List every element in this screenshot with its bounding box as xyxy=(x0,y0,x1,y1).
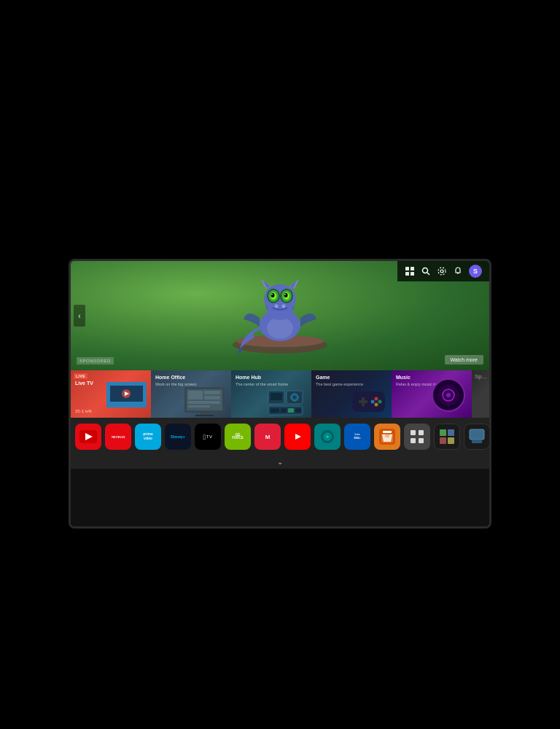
svg-point-66 xyxy=(378,400,382,404)
category-game[interactable]: Game The best game experience xyxy=(311,370,392,418)
category-music[interactable]: Music Relax & enjoy music in TV xyxy=(392,370,472,418)
svg-rect-47 xyxy=(204,396,220,399)
header-bar: S xyxy=(397,261,489,281)
svg-point-56 xyxy=(293,396,296,399)
svg-point-30 xyxy=(284,294,286,295)
svg-point-67 xyxy=(371,400,375,404)
svg-point-28 xyxy=(284,293,288,297)
chevron-down-row: ⌄ xyxy=(71,456,489,469)
svg-rect-88 xyxy=(411,438,416,443)
svg-rect-94 xyxy=(470,429,484,440)
svg-rect-91 xyxy=(448,429,454,436)
home-hub-subtitle: The center of the smart home xyxy=(236,382,288,387)
svg-rect-86 xyxy=(411,430,416,435)
svg-rect-93 xyxy=(448,437,454,444)
svg-rect-45 xyxy=(188,391,203,399)
svg-point-65 xyxy=(375,397,378,401)
category-more[interactable]: Sp... xyxy=(472,370,489,418)
svg-point-13 xyxy=(267,317,293,339)
svg-point-34 xyxy=(283,305,285,308)
svg-point-7 xyxy=(438,268,446,275)
svg-point-33 xyxy=(276,305,278,308)
svg-rect-0 xyxy=(405,267,409,270)
app-netflix[interactable]: NETFLIX xyxy=(105,424,131,450)
app-my-content[interactable] xyxy=(434,424,460,450)
svg-rect-92 xyxy=(440,437,446,444)
svg-rect-48 xyxy=(188,401,220,404)
app-sonic[interactable] xyxy=(314,424,341,450)
svg-rect-59 xyxy=(281,408,287,413)
dragon-character xyxy=(229,268,331,356)
search-icon[interactable] xyxy=(421,266,431,276)
app-lg-channels[interactable] xyxy=(75,424,101,450)
category-live-tv[interactable]: LIVE Live TV 25-1 tvN xyxy=(71,370,151,418)
svg-rect-61 xyxy=(295,408,301,413)
svg-point-6 xyxy=(440,270,443,273)
svg-rect-89 xyxy=(419,438,424,443)
svg-rect-51 xyxy=(195,415,214,416)
svg-point-27 xyxy=(271,293,275,297)
live-tv-visual xyxy=(106,382,147,408)
gallery-icon[interactable] xyxy=(405,266,415,276)
svg-rect-58 xyxy=(271,408,279,413)
sponsored-badge: SPONSORED xyxy=(77,357,114,364)
music-title: Music xyxy=(396,375,411,381)
svg-rect-85 xyxy=(385,434,389,437)
live-badge: LIVE xyxy=(74,373,88,379)
category-home-office[interactable]: Home Office Work on the big screen xyxy=(151,370,231,418)
app-disney-plus[interactable]: Disney+ xyxy=(165,424,191,450)
svg-rect-2 xyxy=(405,272,409,276)
svg-rect-64 xyxy=(362,397,365,406)
app-shop[interactable] xyxy=(374,424,400,450)
svg-line-5 xyxy=(427,273,429,275)
svg-rect-46 xyxy=(204,391,220,394)
app-extra[interactable] xyxy=(464,424,489,450)
svg-rect-87 xyxy=(419,430,424,435)
svg-point-68 xyxy=(375,403,378,407)
category-home-hub[interactable]: Home Hub The center of the smart home xyxy=(231,370,311,418)
live-tv-title: Live TV xyxy=(75,381,93,386)
prev-button[interactable]: ‹ xyxy=(74,305,85,327)
app-youtube[interactable] xyxy=(284,424,311,450)
categories-row: LIVE Live TV 25-1 tvN Home Office Work o… xyxy=(71,370,489,418)
svg-rect-49 xyxy=(188,405,210,408)
watch-more-button[interactable]: Watch more xyxy=(445,355,483,364)
tv-screen: S xyxy=(71,261,489,526)
svg-rect-3 xyxy=(411,272,414,276)
svg-rect-60 xyxy=(288,408,294,413)
user-avatar[interactable]: S xyxy=(469,265,482,278)
svg-rect-53 xyxy=(271,393,282,400)
settings-icon[interactable] xyxy=(437,266,447,276)
game-title: Game xyxy=(316,375,330,381)
tv-frame: S xyxy=(69,259,491,529)
channel-info: 25-1 tvN xyxy=(75,409,92,413)
app-apple-tv[interactable]: TV xyxy=(195,424,221,450)
svg-rect-95 xyxy=(472,440,482,443)
svg-point-29 xyxy=(271,294,273,295)
svg-point-81 xyxy=(326,435,329,438)
home-hub-title: Home Hub xyxy=(236,375,261,381)
app-prime-video[interactable]: prime video xyxy=(135,424,161,450)
app-geforce-now[interactable]: GE FORCE xyxy=(225,424,251,450)
app-lesmills[interactable]: LesMills xyxy=(344,424,370,450)
svg-rect-1 xyxy=(411,267,414,270)
bell-icon[interactable] xyxy=(453,266,463,276)
svg-rect-83 xyxy=(383,431,392,433)
app-apps-grid[interactable] xyxy=(404,424,430,450)
svg-point-4 xyxy=(423,268,428,273)
chevron-down-icon[interactable]: ⌄ xyxy=(277,458,283,466)
home-office-title: Home Office xyxy=(155,375,185,381)
app-movistar[interactable]: M xyxy=(254,424,281,450)
svg-rect-90 xyxy=(440,429,446,436)
apps-row: NETFLIX prime video Disney+ TV GE FORCE… xyxy=(71,418,489,456)
